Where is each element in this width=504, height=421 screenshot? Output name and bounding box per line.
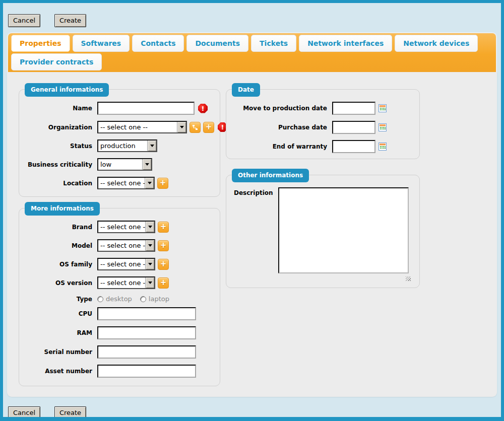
tab-strip: Properties Softwares Contacts Documents … [7, 32, 497, 72]
plus-icon: + [160, 242, 167, 249]
business-criticality-select-value: low [98, 161, 142, 168]
model-select[interactable]: -- select one -- [97, 239, 155, 252]
asset-number-input[interactable] [97, 365, 196, 378]
chevron-down-icon [145, 222, 154, 232]
status-row: Status production [19, 139, 220, 152]
cpu-input[interactable] [97, 307, 196, 320]
name-label: Name [19, 105, 92, 112]
model-label: Model [19, 242, 92, 249]
type-laptop-option-label: laptop [149, 295, 169, 303]
location-label: Location [19, 180, 92, 187]
plus-icon: + [160, 223, 167, 231]
os-family-row: OS family -- select one -- + [19, 258, 220, 270]
organization-select-value: -- select one -- [98, 123, 177, 131]
chevron-down-icon [145, 277, 154, 288]
calendar-icon [379, 104, 387, 112]
organization-add-button[interactable]: + [203, 122, 214, 133]
create-button[interactable]: Create [54, 406, 86, 417]
type-laptop-radio[interactable] [140, 296, 146, 302]
description-textarea[interactable] [278, 187, 409, 273]
date-legend: Date [232, 83, 260, 97]
os-version-label: OS version [19, 279, 92, 287]
os-version-row: OS version -- select one -- + [19, 276, 220, 289]
left-column: General informations Name ! Organization… [19, 83, 220, 386]
tab-network-devices[interactable]: Network devices [395, 35, 478, 52]
purchase-date-label: Purchase date [226, 124, 327, 131]
model-select-value: -- select one -- [98, 242, 145, 249]
plus-icon: + [160, 279, 167, 287]
tab-network-interfaces[interactable]: Network interfaces [299, 35, 392, 52]
other-informations-legend: Other informations [232, 169, 309, 182]
os-family-add-button[interactable]: + [158, 259, 169, 270]
brand-select[interactable]: -- select one -- [97, 221, 155, 233]
location-add-button[interactable]: + [157, 178, 168, 189]
os-version-add-button[interactable]: + [158, 277, 169, 289]
os-version-select-value: -- select one -- [98, 279, 145, 287]
chevron-down-icon [147, 141, 156, 151]
resize-grip[interactable] [406, 276, 411, 281]
chevron-down-icon [145, 178, 154, 188]
tab-contacts[interactable]: Contacts [132, 35, 184, 52]
brand-row: Brand -- select one -- + [19, 221, 220, 233]
calendar-icon [379, 123, 387, 131]
move-to-production-date-row: Move to production date [226, 102, 419, 115]
create-button[interactable]: Create [54, 14, 86, 27]
type-row: Type desktop laptop [19, 295, 220, 303]
status-select[interactable]: production [97, 139, 157, 152]
end-of-warranty-row: End of warranty [226, 140, 419, 153]
tab-documents[interactable]: Documents [186, 35, 248, 52]
business-criticality-label: Business criticality [19, 161, 92, 168]
cancel-button[interactable]: Cancel [8, 406, 40, 417]
move-to-production-date-label: Move to production date [226, 105, 327, 112]
name-input[interactable] [97, 102, 195, 115]
chevron-down-icon [177, 122, 186, 132]
brand-select-value: -- select one -- [98, 223, 145, 231]
business-criticality-row: Business criticality low [19, 158, 220, 171]
top-toolbar: Cancel Create [3, 3, 501, 27]
date-fieldset: Date Move to production date [226, 89, 420, 159]
organization-select[interactable]: -- select one -- [97, 121, 187, 133]
properties-tab-panel: General informations Name ! Organization… [7, 72, 497, 397]
type-desktop-radio[interactable] [97, 296, 103, 302]
calendar-button[interactable] [379, 123, 387, 131]
location-select[interactable]: -- select one -- [97, 177, 155, 189]
organization-hierarchy-button[interactable] [190, 122, 201, 133]
end-of-warranty-input[interactable] [332, 140, 375, 153]
ram-input[interactable] [97, 326, 196, 339]
os-version-select[interactable]: -- select one -- [97, 276, 155, 289]
description-row: Description [234, 187, 419, 275]
cpu-label: CPU [19, 310, 92, 317]
tab-properties[interactable]: Properties [11, 35, 70, 52]
serial-number-input[interactable] [97, 345, 196, 359]
brand-add-button[interactable]: + [158, 222, 169, 233]
organization-label: Organization [19, 124, 92, 131]
plus-icon: + [160, 179, 166, 187]
cpu-row: CPU [19, 307, 220, 320]
chevron-down-icon [145, 259, 154, 269]
purchase-date-row: Purchase date [226, 121, 419, 134]
ram-row: RAM [19, 326, 220, 339]
tab-softwares[interactable]: Softwares [73, 35, 130, 52]
model-add-button[interactable]: + [158, 240, 169, 251]
plus-icon: + [160, 260, 167, 268]
organization-row: Organization -- select one -- [19, 121, 220, 133]
cancel-button[interactable]: Cancel [8, 14, 40, 27]
calendar-button[interactable] [379, 104, 387, 112]
location-select-value: -- select one -- [98, 179, 145, 187]
os-family-select-value: -- select one -- [98, 260, 145, 268]
calendar-button[interactable] [379, 143, 387, 151]
brand-label: Brand [19, 224, 92, 231]
os-family-select[interactable]: -- select one -- [97, 258, 155, 270]
type-label: Type [19, 296, 92, 303]
business-criticality-select[interactable]: low [97, 158, 152, 171]
purchase-date-input[interactable] [332, 121, 375, 134]
page-frame: Cancel Create Properties Softwares Conta… [3, 3, 501, 417]
tab-tickets[interactable]: Tickets [251, 35, 296, 52]
serial-number-row: Serial number [19, 345, 220, 359]
tab-provider-contracts[interactable]: Provider contracts [11, 53, 102, 71]
more-informations-fieldset: More informations Brand -- select one --… [19, 208, 220, 386]
chevron-down-icon [142, 159, 151, 170]
location-row: Location -- select one -- + [19, 177, 220, 189]
move-to-production-date-input[interactable] [332, 102, 375, 115]
hierarchy-icon [192, 124, 198, 130]
